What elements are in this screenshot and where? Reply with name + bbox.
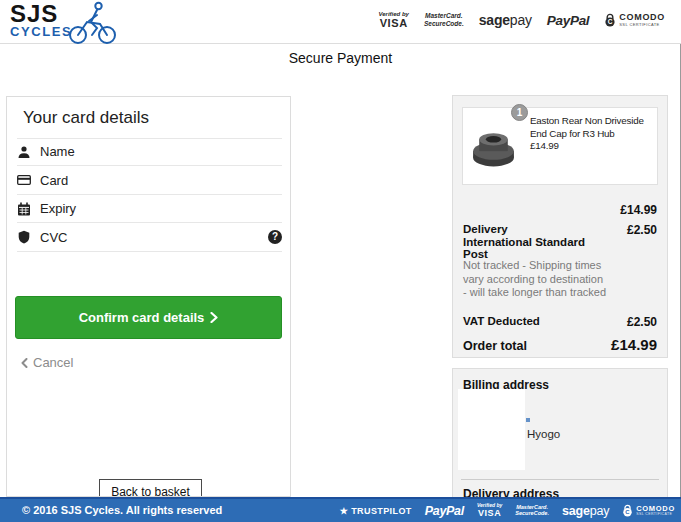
card-number-field[interactable]: Card [17,166,282,195]
credit-card-icon [17,173,31,187]
field-label: Expiry [40,201,76,216]
vat-price: £2.50 [627,315,657,329]
verified-by-visa-badge: Verified by VISA [378,11,408,29]
payment-method-badges: Verified by VISA MasterCard. SecureCode.… [378,11,665,29]
delivery-label: Delivery [463,223,587,236]
padlock-icon: C [622,504,633,517]
order-summary-panel: 1 Easton Rear Non Driveside End Cap for … [452,95,668,358]
padlock-icon: C [604,13,616,27]
order-total-price: £14.99 [611,336,657,353]
badge-text: sage [562,504,590,518]
badge-subtext: SSL CERTIFICATE [619,23,665,27]
trustpilot-badge: ★ TRUSTPILOT [340,506,412,516]
badge-text: pay [510,12,532,28]
redacted-address-block [458,389,525,470]
cvc-field[interactable]: CVC ? [17,223,282,252]
vat-row: VAT Deducted £2.50 [463,315,657,329]
product-image [468,121,519,172]
order-total-row: Order total £14.99 [463,336,657,353]
quantity-badge: 1 [511,104,528,121]
badge-text: MasterCard. [424,13,464,20]
chevron-left-icon [21,358,28,368]
page-title: Secure Payment [0,50,681,66]
badge-text: TRUSTPILOT [351,506,412,516]
comodo-badge: C COMODO SSL CERTIFICATE [622,504,675,517]
divider [461,479,659,480]
product-price: £14.99 [530,140,656,153]
name-field[interactable]: Name [17,138,282,166]
sagepay-badge: sagepay [479,12,532,28]
svg-text:C: C [608,18,613,25]
badge-text: pay [590,504,610,518]
mastercard-securecode-badge: MasterCard. SecureCode. [424,13,464,27]
chevron-right-icon [210,312,218,323]
shield-icon [17,230,31,244]
back-to-basket-button[interactable]: Back to basket [99,479,202,497]
secure-payment-page: SJS CYCLES Verified by VISA MasterCard. … [0,0,681,522]
subtotal-value: £14.99 [620,203,657,217]
footer-payment-badges: ★ TRUSTPILOT PayPal Verified by VISA Mas… [340,499,675,522]
badge-text: COMODO [636,505,675,513]
badge-text: VISA [378,18,408,29]
field-label: CVC [40,230,67,245]
expiry-field[interactable]: Expiry [17,195,282,223]
paypal-badge: PayPal [547,13,589,28]
field-label: Card [40,173,68,188]
sjs-cycles-logo[interactable]: SJS CYCLES [10,2,140,43]
badge-text: SecureCode. [424,21,464,28]
card-details-panel: Your card details Name Card [6,96,291,497]
paypal-badge: PayPal [425,504,464,518]
card-panel-title: Your card details [23,108,149,128]
comodo-badge: C COMODO SSL CERTIFICATE [604,13,665,27]
badge-text: COMODO [619,13,665,22]
mastercard-securecode-badge: MasterCard. SecureCode. [515,505,549,517]
calendar-icon [17,202,31,216]
star-icon: ★ [340,506,348,516]
delivery-method: International Standard Post [463,236,587,260]
confirm-button-label: Confirm card details [79,310,205,325]
delivery-row: Delivery International Standard Post £2.… [463,223,657,260]
cancel-link[interactable]: Cancel [21,355,73,370]
svg-text:C: C [626,509,631,515]
user-icon [17,145,31,159]
product-title: Easton Rear Non Driveside End Cap for R3… [530,115,656,140]
bicycle-logo-icon [67,0,121,46]
field-label: Name [40,144,75,159]
order-item-card: 1 Easton Rear Non Driveside End Cap for … [462,107,658,185]
question-mark-icon[interactable]: ? [268,230,282,244]
cancel-link-label: Cancel [33,355,73,370]
vat-label: VAT Deducted [463,315,540,329]
badge-subtext: SSL CERTIFICATE [636,513,675,517]
redacted-text-fragment [526,418,530,422]
badge-text: sage [479,12,510,28]
confirm-card-details-button[interactable]: Confirm card details [15,296,282,339]
badge-text: VISA [477,509,502,518]
verified-by-visa-badge: Verified by VISA [477,503,502,518]
delivery-price: £2.50 [627,223,657,237]
sagepay-badge: sagepay [562,504,609,518]
footer: © 2016 SJS Cycles. All rights reserved ★… [0,497,681,522]
header: SJS CYCLES Verified by VISA MasterCard. … [0,0,681,44]
order-total-label: Order total [463,339,527,353]
billing-address-region: Hyogo [527,428,560,440]
delivery-note: Not tracked - Shipping times vary accord… [463,259,609,300]
badge-text: SecureCode. [515,511,549,517]
copyright-text: © 2016 SJS Cycles. All rights reserved [22,499,222,521]
